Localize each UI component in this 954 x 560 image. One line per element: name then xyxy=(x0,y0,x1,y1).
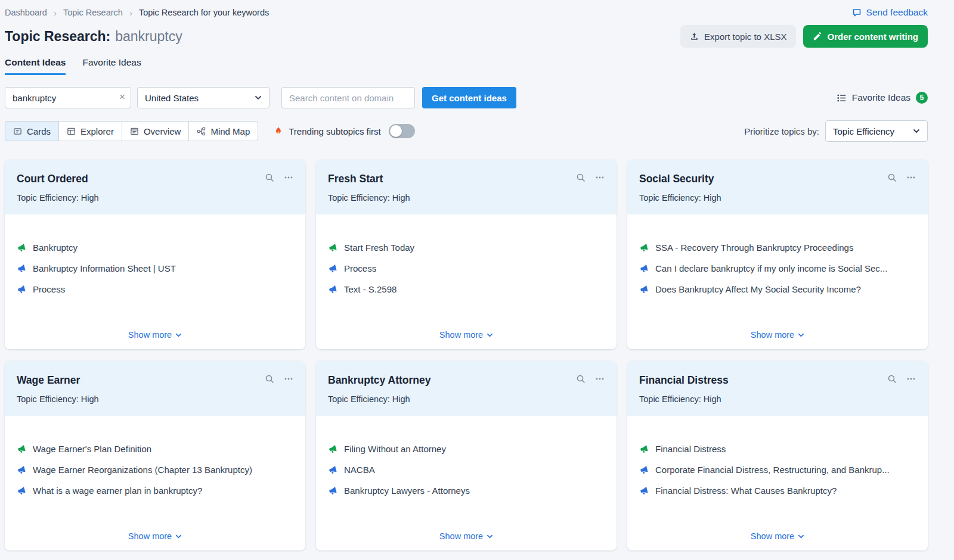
trending-subtopics-label: Trending subtopics first xyxy=(289,126,381,136)
card-item[interactable]: Process xyxy=(17,279,293,300)
card-body: Financial Distress Corporate Financial D… xyxy=(627,416,928,550)
keyword-input[interactable] xyxy=(5,87,131,108)
card-item[interactable]: NACBA xyxy=(328,459,605,480)
card-item[interactable]: Bankruptcy xyxy=(17,237,293,258)
breadcrumb-topic-research[interactable]: Topic Research xyxy=(63,8,123,17)
card-item[interactable]: Financial Distress: What Causes Bankrupt… xyxy=(639,480,916,501)
megaphone-icon xyxy=(639,465,649,475)
view-mind-map-label: Mind Map xyxy=(210,126,250,136)
card-item[interactable]: Bankruptcy Lawyers - Attorneys xyxy=(328,480,605,501)
chevron-down-icon xyxy=(798,332,804,338)
card-header: Financial Distress Topic Efficiency: Hig… xyxy=(627,361,928,416)
clear-x-icon[interactable]: × xyxy=(119,91,125,103)
view-mind-map[interactable]: Mind Map xyxy=(188,121,258,141)
favorites-count-badge: 5 xyxy=(916,92,928,104)
more-menu-icon[interactable] xyxy=(284,173,293,182)
card-item[interactable]: Start Fresh Today xyxy=(328,237,605,258)
card-item-label: Can I declare bankruptcy if my only inco… xyxy=(655,263,887,273)
show-more-link[interactable]: Show more xyxy=(439,330,493,341)
prioritize-select[interactable]: Topic Efficiency xyxy=(825,120,928,142)
card-item-label: SSA - Recovery Through Bankruptcy Procee… xyxy=(655,242,853,253)
show-more-link[interactable]: Show more xyxy=(128,531,182,542)
card-title: Financial Distress xyxy=(639,374,729,387)
export-xlsx-button[interactable]: Export topic to XLSX xyxy=(680,25,796,48)
domain-search-input[interactable] xyxy=(281,87,415,108)
view-cards[interactable]: Cards xyxy=(5,121,59,141)
page-title-keyword: bankruptcy xyxy=(115,29,182,44)
order-content-writing-button[interactable]: Order content writing xyxy=(803,25,928,48)
search-icon[interactable] xyxy=(576,374,586,384)
card-item[interactable]: Corporate Financial Distress, Restructur… xyxy=(639,459,916,480)
chevron-down-icon xyxy=(798,533,804,540)
card-item-label: Wage Earner Reorganizations (Chapter 13 … xyxy=(33,465,252,475)
favorite-ideas-button[interactable]: Favorite Ideas 5 xyxy=(837,92,928,104)
tab-content-ideas[interactable]: Content Ideas xyxy=(5,57,66,75)
more-menu-icon[interactable] xyxy=(595,173,605,182)
card-item[interactable]: Process xyxy=(328,258,605,279)
domain-field-wrap xyxy=(281,87,415,108)
card-item[interactable]: Text - S.2598 xyxy=(328,279,605,300)
card-body: Filing Without an Attorney NACBA Bankrup… xyxy=(316,416,617,550)
megaphone-icon xyxy=(639,486,649,496)
chevron-down-icon xyxy=(175,533,182,540)
country-select[interactable]: United States xyxy=(137,87,270,108)
view-switcher: Cards Explorer Overview Mind Map xyxy=(5,121,258,141)
explorer-view-icon xyxy=(67,127,76,136)
view-cards-label: Cards xyxy=(27,126,51,136)
card-item[interactable]: Can I declare bankruptcy if my only inco… xyxy=(639,258,916,279)
show-more-label: Show more xyxy=(128,330,172,340)
show-more-link[interactable]: Show more xyxy=(128,330,182,341)
show-more-label: Show more xyxy=(751,330,794,340)
trending-toggle[interactable] xyxy=(389,124,415,138)
show-more-link[interactable]: Show more xyxy=(751,330,804,341)
search-icon[interactable] xyxy=(265,173,274,182)
megaphone-icon xyxy=(639,243,649,253)
chevron-down-icon xyxy=(175,332,182,338)
card-item-label: Start Fresh Today xyxy=(344,242,414,253)
card-header: Fresh Start Topic Efficiency: High xyxy=(316,160,617,214)
megaphone-icon xyxy=(17,243,26,253)
more-menu-icon[interactable] xyxy=(906,374,916,384)
card-title: Fresh Start xyxy=(328,173,383,185)
card-item-label: Process xyxy=(344,263,376,273)
card-item[interactable]: SSA - Recovery Through Bankruptcy Procee… xyxy=(639,237,916,258)
card-body: Start Fresh Today Process Text - S.2598 … xyxy=(316,214,617,349)
card-item[interactable]: Wage Earner Reorganizations (Chapter 13 … xyxy=(17,459,293,480)
show-more-label: Show more xyxy=(751,531,794,541)
megaphone-icon xyxy=(17,465,26,475)
show-more-link[interactable]: Show more xyxy=(439,531,493,542)
breadcrumb-dashboard[interactable]: Dashboard xyxy=(5,8,47,17)
send-feedback-link[interactable]: Send feedback xyxy=(852,7,928,18)
search-icon[interactable] xyxy=(265,374,274,384)
more-menu-icon[interactable] xyxy=(284,374,293,384)
view-toolbar: Cards Explorer Overview Mind Map Trendin… xyxy=(0,108,954,142)
topic-efficiency: Topic Efficiency: High xyxy=(17,394,293,404)
tab-favorite-ideas[interactable]: Favorite Ideas xyxy=(82,57,141,75)
get-content-ideas-button[interactable]: Get content ideas xyxy=(422,87,516,108)
show-more-link[interactable]: Show more xyxy=(751,531,804,542)
search-icon[interactable] xyxy=(887,173,897,182)
card-item[interactable]: Filing Without an Attorney xyxy=(328,438,605,459)
more-menu-icon[interactable] xyxy=(906,173,916,182)
search-icon[interactable] xyxy=(576,173,586,182)
view-explorer[interactable]: Explorer xyxy=(58,121,122,141)
card-item[interactable]: What is a wage earner plan in bankruptcy… xyxy=(17,480,293,501)
more-menu-icon[interactable] xyxy=(595,374,605,384)
megaphone-icon xyxy=(328,285,337,294)
card-item[interactable]: Financial Distress xyxy=(639,438,916,459)
card-item[interactable]: Bankruptcy Information Sheet | UST xyxy=(17,258,293,279)
trending-subtopics-control: Trending subtopics first xyxy=(274,124,415,138)
country-select-value: United States xyxy=(145,93,199,103)
topic-efficiency: Topic Efficiency: High xyxy=(328,394,605,404)
card-item[interactable]: Wage Earner's Plan Definition xyxy=(17,438,293,459)
search-icon[interactable] xyxy=(887,374,897,384)
view-overview[interactable]: Overview xyxy=(122,121,190,141)
card-item-label: Bankruptcy Information Sheet | UST xyxy=(33,263,176,273)
card-item-label: NACBA xyxy=(344,465,375,475)
title-row: Topic Research:bankruptcy Export topic t… xyxy=(0,18,954,48)
card-item-label: What is a wage earner plan in bankruptcy… xyxy=(33,486,202,496)
card-item[interactable]: Does Bankruptcy Affect My Social Securit… xyxy=(639,279,916,300)
topic-card-bankruptcy-attorney: Bankruptcy Attorney Topic Efficiency: Hi… xyxy=(316,361,617,550)
megaphone-icon xyxy=(17,264,26,273)
page-title: Topic Research:bankruptcy xyxy=(5,29,182,45)
